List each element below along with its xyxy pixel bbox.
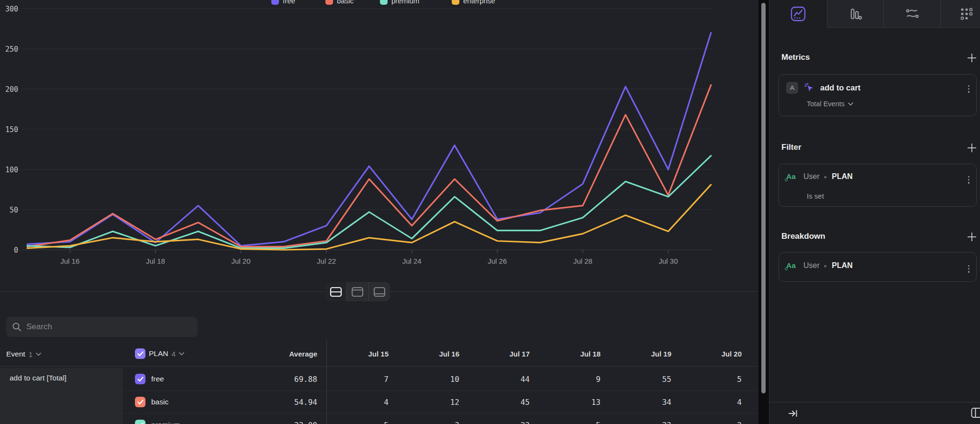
cell-value: 9 bbox=[543, 375, 601, 384]
waves-icon bbox=[904, 6, 920, 22]
metric-measure-dropdown[interactable]: Total Events bbox=[807, 100, 853, 108]
table-header-divider bbox=[0, 366, 758, 367]
filter-operator[interactable]: Is set bbox=[807, 192, 824, 200]
metric-series-badge: A bbox=[786, 82, 798, 94]
breakdown-scope: User bbox=[803, 261, 820, 270]
average-column-header: Average bbox=[260, 350, 317, 358]
svg-text:Jul 24: Jul 24 bbox=[402, 257, 422, 265]
date-column-header: Jul 17 bbox=[472, 350, 530, 358]
search-icon bbox=[12, 322, 22, 332]
svg-text:Jul 30: Jul 30 bbox=[658, 257, 678, 265]
layout-toggle-group bbox=[325, 282, 390, 301]
breakdown-card[interactable]: Aa User ▸ PLAN bbox=[779, 252, 977, 282]
metrics-heading: Metrics bbox=[781, 53, 810, 62]
filter-card[interactable]: Aa User ▸ PLAN Is set bbox=[779, 164, 977, 207]
plan-header-label: PLAN bbox=[149, 349, 168, 358]
layout-split-rows-button[interactable] bbox=[325, 282, 346, 301]
row-label: free bbox=[151, 375, 164, 383]
chevron-down-icon bbox=[179, 352, 184, 356]
cell-value: 7 bbox=[331, 375, 389, 384]
sidebar-bottom-divider bbox=[769, 402, 980, 402]
bar-chart-icon bbox=[847, 6, 863, 22]
row-label: basic bbox=[151, 398, 168, 406]
svg-text:150: 150 bbox=[5, 125, 18, 134]
row-checkbox-premium[interactable] bbox=[135, 420, 145, 424]
cell-value: 45 bbox=[472, 398, 530, 407]
svg-text:Jul 18: Jul 18 bbox=[146, 257, 165, 265]
average-value: 54.94 bbox=[260, 398, 317, 407]
event-click-icon bbox=[803, 81, 815, 94]
row-checkbox-basic[interactable] bbox=[135, 397, 145, 407]
svg-text:0: 0 bbox=[14, 246, 18, 255]
dots-grid-icon bbox=[958, 6, 975, 22]
tab-bar-charts[interactable] bbox=[827, 0, 883, 28]
svg-text:Jul 28: Jul 28 bbox=[573, 257, 592, 265]
check-icon bbox=[137, 377, 144, 382]
tab-divider bbox=[827, 0, 827, 28]
event-column-header[interactable]: Event 1 bbox=[6, 348, 41, 360]
plan-select-all-checkbox[interactable] bbox=[135, 348, 145, 359]
tab-flows[interactable] bbox=[883, 0, 940, 28]
insights-report: free basic premium enterprise 0501001502… bbox=[0, 0, 980, 424]
vertical-scrollbar[interactable] bbox=[761, 3, 766, 393]
metric-event-name: add to cart bbox=[820, 83, 860, 92]
cell-value: 4 bbox=[331, 398, 389, 407]
filter-options-kebab-icon[interactable] bbox=[968, 176, 969, 184]
add-filter-button[interactable] bbox=[967, 143, 977, 153]
cell-value: 10 bbox=[402, 375, 459, 384]
metric-options-kebab-icon[interactable] bbox=[968, 85, 969, 93]
cell-value: 13 bbox=[543, 398, 601, 407]
chevron-down-icon bbox=[36, 353, 41, 356]
date-column-header: Jul 20 bbox=[684, 350, 742, 358]
line-chart-icon bbox=[790, 6, 806, 22]
plan-header-count: 4 bbox=[172, 350, 176, 358]
tab-insights[interactable] bbox=[769, 0, 827, 28]
check-icon bbox=[137, 400, 144, 405]
tab-more-charts[interactable] bbox=[940, 0, 980, 28]
sidebar-tabbar bbox=[769, 0, 980, 28]
average-value: 33.00 bbox=[260, 421, 317, 424]
breakdown-heading: Breakdown bbox=[781, 232, 825, 241]
cell-value: 3 bbox=[402, 421, 459, 424]
svg-text:200: 200 bbox=[5, 85, 18, 94]
caret-right-icon: ▸ bbox=[824, 263, 827, 269]
filter-heading: Filter bbox=[781, 143, 802, 152]
layout-top-bar-button[interactable] bbox=[346, 282, 368, 301]
svg-text:Jul 26: Jul 26 bbox=[488, 257, 507, 265]
cell-value: 4 bbox=[684, 398, 742, 407]
date-column-header: Jul 18 bbox=[543, 350, 601, 358]
svg-text:50: 50 bbox=[10, 206, 18, 214]
add-metric-button[interactable] bbox=[967, 53, 977, 63]
average-value: 69.88 bbox=[260, 375, 317, 384]
breakdown-options-kebab-icon[interactable] bbox=[968, 265, 969, 273]
cell-value: 2 bbox=[684, 421, 742, 424]
filter-scope: User bbox=[803, 172, 820, 181]
date-column-header: Jul 19 bbox=[614, 350, 671, 358]
filter-property: PLAN bbox=[832, 172, 853, 181]
plan-column-header[interactable]: PLAN 4 bbox=[135, 348, 184, 359]
metric-card[interactable]: A add to cart Total Events bbox=[779, 74, 977, 116]
check-icon bbox=[137, 423, 144, 424]
add-breakdown-button[interactable] bbox=[967, 232, 977, 242]
layout-bottom-bar-button[interactable] bbox=[368, 282, 390, 301]
cell-value: 23 bbox=[472, 421, 530, 424]
event-name-cell[interactable]: add to cart [Total] bbox=[0, 368, 123, 424]
metric-measure-label: Total Events bbox=[807, 100, 845, 108]
columns-layout-icon[interactable] bbox=[971, 407, 980, 419]
line-chart[interactable]: 050100150200250300Jul 16Jul 18Jul 20Jul … bbox=[0, 0, 758, 316]
breakdown-property: PLAN bbox=[832, 261, 853, 270]
check-icon bbox=[137, 351, 144, 357]
series-line-enterprise bbox=[27, 185, 711, 250]
cell-value: 44 bbox=[472, 375, 530, 384]
cell-value: 55 bbox=[614, 375, 671, 384]
svg-text:Jul 22: Jul 22 bbox=[317, 257, 336, 265]
tab-divider bbox=[940, 0, 941, 28]
row-checkbox-free[interactable] bbox=[135, 374, 145, 384]
date-column-header: Jul 15 bbox=[331, 350, 389, 358]
table-search bbox=[6, 317, 198, 337]
search-input[interactable] bbox=[26, 322, 192, 332]
collapse-panel-icon[interactable] bbox=[788, 408, 798, 419]
chevron-down-icon bbox=[848, 102, 853, 106]
svg-text:300: 300 bbox=[5, 5, 18, 13]
svg-text:250: 250 bbox=[5, 45, 18, 54]
